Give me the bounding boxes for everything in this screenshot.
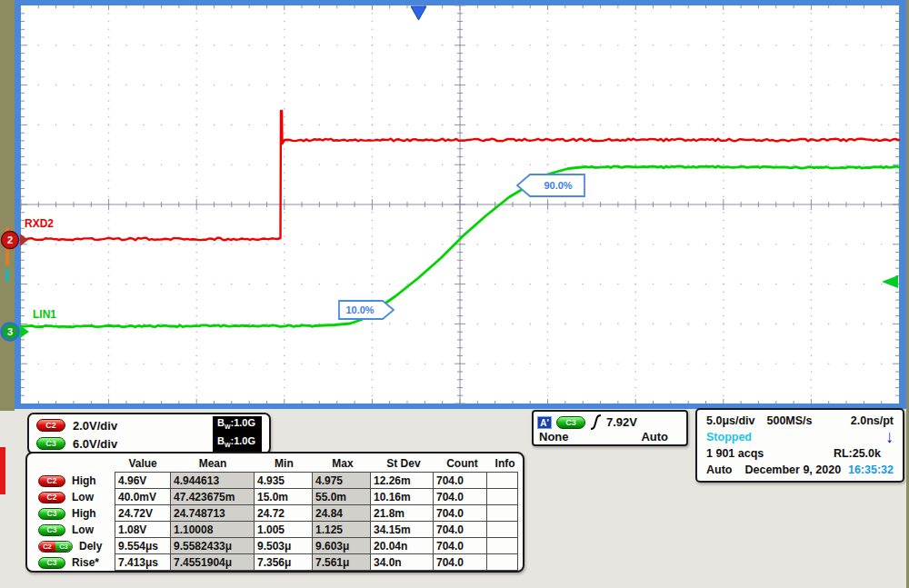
measurement-table-body: C2High4.96V4.9446134.9354.97512.26m704.0… [29, 473, 521, 571]
channel-badge-c2: C2 [38, 475, 65, 487]
waveform-display: 2 3 RXD2 LIN1 10.0% 90.0% [0, 0, 909, 411]
ch3-trace-label: LIN1 [33, 308, 56, 321]
measurement-cell-mean: 9.5582433μ [170, 537, 255, 554]
measurement-cell-min: 15.0m [254, 488, 313, 505]
measurement-cell-max: 4.975 [312, 472, 371, 489]
measurement-cell-mean: 24.748713 [170, 504, 255, 522]
measurement-table-panel[interactable]: ValueMeanMinMaxSt DevCountInfo C2High4.9… [25, 452, 524, 573]
measurement-cell-stdev: 20.04n [370, 537, 434, 554]
measurement-row[interactable]: C2Low40.0mV47.423675m15.0m55.0m10.16m704… [29, 489, 521, 505]
measurement-cell-info [486, 521, 518, 538]
measurement-header-spacer [29, 457, 115, 473]
down-arrow-icon: ↓ [886, 430, 894, 444]
acquisition-status: Stopped [706, 431, 752, 443]
measurement-row[interactable]: C3Rise*7.413μs7.4551904μ7.356μ7.561μ34.0… [29, 554, 521, 571]
measurement-column-header: Max [314, 457, 373, 473]
ch2-trace-label: RXD2 [25, 217, 54, 230]
measurement-cell-info [486, 537, 518, 554]
channel-badge-c3: C3 [38, 508, 65, 520]
channel2-scale: 2.0V/div [73, 419, 117, 433]
measurement-cell-mean: 1.10008 [170, 521, 255, 538]
callout-10-percent-label: 10.0% [345, 304, 374, 315]
measurement-cell-value: 7.413μs [115, 553, 171, 571]
trigger-panel[interactable]: A' C3 7.92V None Auto [532, 410, 688, 446]
measurement-cell-count: 704.0 [433, 521, 487, 538]
sample-resolution: 2.0ns/pt [851, 414, 894, 427]
measurement-cell-value: 4.96V [115, 472, 171, 489]
measurement-cell-stdev: 21.8m [370, 504, 434, 522]
sample-rate: 500MS/s [767, 414, 813, 427]
left-bezel [0, 0, 15, 411]
measurement-row[interactable]: C2High4.96V4.9446134.9354.97512.26m704.0 [29, 473, 521, 489]
measurement-cell-value: 40.0mV [115, 488, 171, 505]
trigger-source-badge: C3 [556, 416, 585, 429]
measurement-cell-stdev: 34.0n [370, 553, 434, 571]
measurement-cell-min: 7.356μ [254, 553, 313, 571]
trigger-holdoff: None [539, 430, 569, 445]
measurement-cell-min: 24.72 [254, 504, 313, 522]
measurement-column-header: Info [489, 457, 521, 473]
measurement-column-header: St Dev [372, 457, 435, 473]
channel2-bandwidth: BW:1.0G [213, 416, 262, 434]
date-label: December 9, 2020 [744, 463, 841, 476]
measurement-cell-count: 704.0 [433, 537, 487, 554]
channel2-badge: C2 [36, 419, 65, 432]
channel-settings-panel[interactable]: C2 2.0V/div BW:1.0G C3 6.0V/div BW:1.0G [27, 413, 271, 454]
channel-badge-c2: C2 [38, 492, 65, 503]
measurement-cell-info [486, 504, 518, 522]
measurement-cell-mean: 47.423675m [170, 488, 255, 505]
measurement-cell-count: 704.0 [433, 553, 487, 571]
left-edge-marker [0, 447, 5, 494]
measurement-cell-stdev: 34.15m [370, 521, 434, 538]
channel2-settings-row[interactable]: C2 2.0V/div BW:1.0G [29, 416, 269, 434]
callout-90-percent-label: 90.0% [544, 180, 572, 191]
measurement-name: High [72, 474, 96, 487]
measurement-cell-stdev: 12.26m [370, 472, 434, 489]
measurement-row[interactable]: C2C3Dely9.554μs9.5582433μ9.503μ9.603μ20.… [29, 538, 521, 554]
measurement-cell-max: 55.0m [312, 488, 371, 505]
measurement-name: High [72, 507, 96, 520]
measurement-cell-value: 9.554μs [115, 537, 171, 554]
measurement-name: Dely [79, 540, 102, 553]
measurement-column-header: Count [435, 457, 490, 473]
timebase-panel[interactable]: 5.0μs/div 500MS/s 2.0ns/pt Stopped ↓ 1 9… [695, 408, 904, 483]
measurement-cell-count: 704.0 [433, 472, 487, 489]
measurement-column-header: Mean [171, 457, 255, 473]
channel-badge-c3: C3 [38, 524, 65, 536]
measurement-cell-mean: 7.4551904μ [170, 553, 255, 571]
record-length: RL:25.0k [834, 447, 881, 460]
measurement-cell-min: 4.935 [254, 472, 313, 489]
trigger-level-value: 7.92V [606, 415, 637, 429]
measurement-cell-info [486, 488, 518, 505]
channel3-scale: 6.0V/div [73, 437, 117, 451]
timebase-scale: 5.0μs/div [706, 414, 755, 427]
channel3-settings-row[interactable]: C3 6.0V/div BW:1.0G [29, 434, 269, 453]
callout-90-percent: 90.0% [517, 174, 584, 196]
measurement-cell-value: 1.08V [115, 521, 171, 538]
measurement-table-header: ValueMeanMinMaxSt DevCountInfo [29, 457, 521, 473]
measurement-column-header: Min [255, 457, 314, 473]
measurement-cell-mean: 4.944613 [170, 472, 255, 489]
rising-edge-icon [590, 414, 602, 430]
oscilloscope-screen: 2 3 RXD2 LIN1 10.0% 90.0% C2 2.0V/div BW… [0, 0, 909, 588]
measurement-cell-info [486, 553, 518, 571]
measurement-cell-max: 1.125 [312, 521, 371, 538]
channel3-badge: C3 [36, 437, 65, 450]
measurement-cell-value: 24.72V [115, 504, 171, 522]
measurement-row[interactable]: C3Low1.08V1.100081.0051.12534.15m704.0 [29, 522, 521, 538]
measurement-cell-max: 24.84 [312, 504, 371, 522]
measurement-name: Low [72, 523, 94, 536]
measurement-cell-min: 9.503μ [254, 537, 313, 554]
measurement-cell-count: 704.0 [433, 504, 487, 522]
channel-badge-c2c3: C2C3 [38, 541, 73, 553]
trigger-mode-label: Auto [706, 463, 732, 476]
callout-10-percent: 10.0% [339, 301, 394, 319]
measurement-name: Low [72, 491, 94, 503]
channel2-marker-label: 2 [7, 234, 13, 245]
acquisition-count: 1 901 acqs [706, 447, 764, 460]
measurement-row[interactable]: C3High24.72V24.74871324.7224.8421.8m704.… [29, 505, 521, 522]
channel3-bandwidth: BW:1.0G [213, 434, 262, 453]
measurement-name: Rise* [72, 556, 99, 569]
measurement-cell-min: 1.005 [254, 521, 313, 538]
measurement-cell-stdev: 10.16m [370, 488, 434, 505]
